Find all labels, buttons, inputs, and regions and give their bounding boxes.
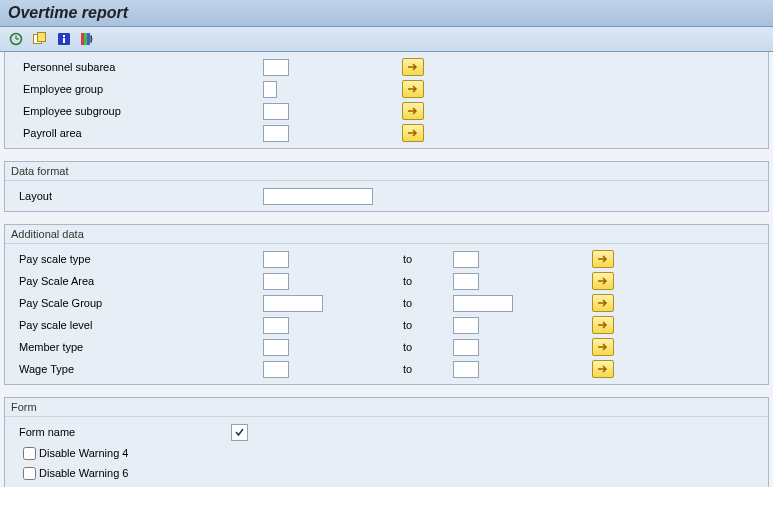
multi-select-employee-group[interactable] <box>402 80 424 98</box>
input-additional-4-from[interactable] <box>263 339 289 356</box>
label-employee-group: Employee group <box>13 83 263 95</box>
additional-data-title: Additional data <box>5 225 768 244</box>
form-name-check[interactable] <box>231 424 248 441</box>
label-personnel-subarea: Personnel subarea <box>13 61 263 73</box>
multi-select-additional-4[interactable] <box>592 338 614 356</box>
label-additional-0: Pay scale type <box>13 253 263 265</box>
execute-icon[interactable] <box>8 31 24 47</box>
row-additional-1: Pay Scale Areato <box>5 270 768 292</box>
svg-rect-6 <box>63 35 65 37</box>
label-disable-warning-4: Disable Warning 4 <box>39 447 128 459</box>
row-additional-2: Pay Scale Groupto <box>5 292 768 314</box>
check-icon <box>234 427 245 438</box>
label-additional-3: Pay scale level <box>13 319 263 331</box>
input-layout[interactable] <box>263 188 373 205</box>
toolbar <box>0 27 773 52</box>
check-disable-warning-4[interactable] <box>23 447 36 460</box>
label-form-name: Form name <box>13 426 231 438</box>
multi-select-additional-1[interactable] <box>592 272 614 290</box>
info-icon[interactable] <box>56 31 72 47</box>
label-additional-5: Wage Type <box>13 363 263 375</box>
multi-select-additional-2[interactable] <box>592 294 614 312</box>
to-label-0: to <box>393 253 453 265</box>
svg-rect-10 <box>87 33 90 45</box>
multi-select-additional-3[interactable] <box>592 316 614 334</box>
input-additional-3-to[interactable] <box>453 317 479 334</box>
label-employee-subgroup: Employee subgroup <box>13 105 263 117</box>
multi-select-additional-5[interactable] <box>592 360 614 378</box>
to-label-3: to <box>393 319 453 331</box>
input-additional-3-from[interactable] <box>263 317 289 334</box>
input-additional-5-from[interactable] <box>263 361 289 378</box>
row-disable-warning-4: Disable Warning 4 <box>5 443 768 463</box>
multi-select-personnel-subarea[interactable] <box>402 58 424 76</box>
form-title: Form <box>5 398 768 417</box>
input-additional-5-to[interactable] <box>453 361 479 378</box>
row-disable-warning-6: Disable Warning 6 <box>5 463 768 483</box>
input-employee-group[interactable] <box>263 81 277 98</box>
row-employee-group: Employee group <box>5 78 768 100</box>
color-legend-icon[interactable] <box>80 31 96 47</box>
input-additional-1-from[interactable] <box>263 273 289 290</box>
label-additional-4: Member type <box>13 341 263 353</box>
input-additional-4-to[interactable] <box>453 339 479 356</box>
selection-body: Personnel subarea Employee group <box>5 52 768 148</box>
input-payroll-area[interactable] <box>263 125 289 142</box>
row-payroll-area: Payroll area <box>5 122 768 144</box>
input-employee-subgroup[interactable] <box>263 103 289 120</box>
row-additional-4: Member typeto <box>5 336 768 358</box>
row-personnel-subarea: Personnel subarea <box>5 56 768 78</box>
row-employee-subgroup: Employee subgroup <box>5 100 768 122</box>
label-payroll-area: Payroll area <box>13 127 263 139</box>
multi-select-employee-subgroup[interactable] <box>402 102 424 120</box>
svg-rect-7 <box>63 38 65 43</box>
label-additional-1: Pay Scale Area <box>13 275 263 287</box>
data-format-group: Data format Layout <box>4 161 769 212</box>
svg-rect-8 <box>81 33 84 45</box>
data-format-title: Data format <box>5 162 768 181</box>
row-additional-3: Pay scale levelto <box>5 314 768 336</box>
additional-data-group: Additional data Pay scale typetoPay Scal… <box>4 224 769 385</box>
input-personnel-subarea[interactable] <box>263 59 289 76</box>
multi-select-additional-0[interactable] <box>592 250 614 268</box>
input-additional-0-from[interactable] <box>263 251 289 268</box>
form-group: Form Form name Disable Warning 4 Disable… <box>4 397 769 487</box>
check-disable-warning-6[interactable] <box>23 467 36 480</box>
variant-icon[interactable] <box>32 31 48 47</box>
to-label-5: to <box>393 363 453 375</box>
row-form-name: Form name <box>5 421 768 443</box>
to-label-2: to <box>393 297 453 309</box>
input-additional-1-to[interactable] <box>453 273 479 290</box>
content-area: Personnel subarea Employee group <box>0 52 773 487</box>
input-additional-2-from[interactable] <box>263 295 323 312</box>
input-additional-2-to[interactable] <box>453 295 513 312</box>
to-label-1: to <box>393 275 453 287</box>
svg-rect-9 <box>84 33 87 45</box>
label-layout: Layout <box>13 190 263 202</box>
label-disable-warning-6: Disable Warning 6 <box>39 467 128 479</box>
svg-rect-4 <box>37 33 45 42</box>
input-additional-0-to[interactable] <box>453 251 479 268</box>
window-title: Overtime report <box>0 0 773 27</box>
title-text: Overtime report <box>8 4 128 21</box>
multi-select-payroll-area[interactable] <box>402 124 424 142</box>
to-label-4: to <box>393 341 453 353</box>
row-layout: Layout <box>5 185 768 207</box>
row-additional-0: Pay scale typeto <box>5 248 768 270</box>
label-additional-2: Pay Scale Group <box>13 297 263 309</box>
selection-group: Personnel subarea Employee group <box>4 52 769 149</box>
row-additional-5: Wage Typeto <box>5 358 768 380</box>
